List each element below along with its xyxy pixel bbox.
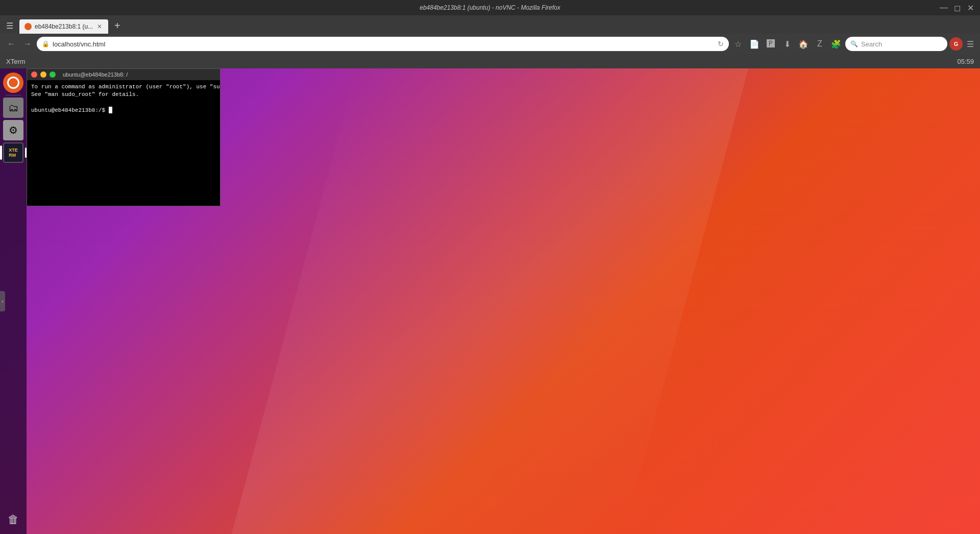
terminal-line-2: See "man sudo_root" for details. [31,91,216,99]
launcher-icon-ubuntu[interactable] [3,72,23,93]
terminal-line-3 [31,99,216,107]
xterm-header: XTerm 05:59 [0,54,980,68]
firefox-titlebar: eb484be213b8:1 (ubuntu) - noVNC - Mozill… [0,0,980,15]
tab-menu-button[interactable]: ☰ [4,18,15,34]
window-controls: — ◻ ✕ [939,3,975,12]
tab-favicon [24,23,32,30]
search-placeholder: Search [861,40,882,48]
nav-icons: ☆ 📄 🅿 ⬇ 🏠 Z 🧩 [731,37,843,51]
xterm-clock: 05:59 [957,58,974,65]
url-text: localhost/vnc.html [53,40,715,48]
launcher-divider-top [6,95,21,95]
browser-tab[interactable]: eb484be213b8:1 (u... ✕ [19,19,108,34]
reload-button[interactable]: ↻ [718,40,724,48]
launcher-icon-xterm[interactable]: XTERM [3,142,23,163]
trash-bin-icon: 🗑 [3,509,23,530]
search-icon: 🔍 [850,40,858,47]
minimize-button[interactable]: — [939,3,948,12]
side-panel-handle[interactable]: › [0,291,5,311]
xterm-window-minimize-button[interactable] [40,71,46,78]
settings-gear-icon: ⚙ [3,120,23,140]
url-bar[interactable]: 🔒 localhost/vnc.html ↻ [37,37,729,51]
files-folder-icon: 🗂 [3,98,23,118]
bookmark-star-button[interactable]: ☆ [731,37,745,51]
xterm-terminal-body[interactable]: To run a command as administrator (user … [27,80,220,206]
ubuntu-desktop: 🗂 ⚙ XTERM 🗑 [0,68,980,534]
new-tab-button[interactable]: + [112,18,122,34]
back-button[interactable]: ← [4,37,18,51]
terminal-line-1: To run a command as administrator (user … [31,83,216,91]
nav-bar: ← → 🔒 localhost/vnc.html ↻ ☆ 📄 🅿 ⬇ 🏠 Z 🧩… [0,34,980,54]
close-button[interactable]: ✕ [966,3,975,12]
xterm-window-close-button[interactable] [31,71,37,78]
ubuntu-circle-icon [7,77,19,89]
lock-icon: 🔒 [42,40,50,47]
restore-button[interactable]: ◻ [952,3,962,12]
vnc-content: XTerm 05:59 🗂 ⚙ [0,54,980,534]
terminal-cursor [109,107,112,113]
download-button[interactable]: ⬇ [780,37,794,51]
xterm-window-titlebar: ubuntu@eb484be213b8: / [27,69,220,80]
terminal-prompt-line: ubuntu@eb484be213b8:/$ [31,107,216,114]
tab-close-button[interactable]: ✕ [96,22,103,31]
reader-view-button[interactable]: 📄 [747,37,762,51]
launcher-icon-trash[interactable]: 🗑 [3,509,23,530]
firefox-menu-button[interactable]: ☰ [965,37,976,51]
firefox-account-button[interactable]: G [949,37,963,51]
xterm-terminal-icon: XTERM [3,142,23,163]
extension-button[interactable]: 🧩 [829,37,843,51]
xterm-title-label: XTerm [6,58,26,65]
xterm-window-title: ubuntu@eb484be213b8: / [63,71,128,78]
browser-title: eb484be213b8:1 (ubuntu) - noVNC - Mozill… [420,4,560,11]
search-bar[interactable]: 🔍 Search [845,37,947,51]
xterm-window-maximize-button[interactable] [50,71,56,78]
xterm-window[interactable]: ubuntu@eb484be213b8: / To run a command … [27,68,220,206]
launcher-icon-settings[interactable]: ⚙ [3,120,23,140]
launcher-icon-files[interactable]: 🗂 [3,98,23,118]
tab-bar: ☰ eb484be213b8:1 (u... ✕ + [0,15,980,34]
ubuntu-logo-icon [3,72,23,93]
pocket-button[interactable]: 🅿 [764,37,778,51]
forward-button[interactable]: → [20,37,35,51]
home-button[interactable]: 🏠 [796,37,811,51]
tab-label: eb484be213b8:1 (u... [35,23,93,30]
zotero-button[interactable]: Z [813,37,827,51]
